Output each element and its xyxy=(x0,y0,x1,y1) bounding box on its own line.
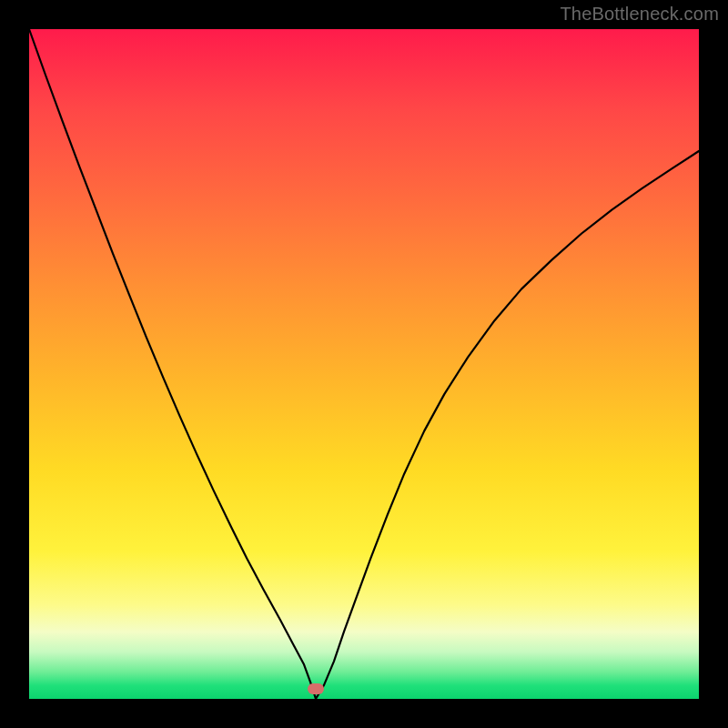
watermark-text: TheBottleneck.com xyxy=(560,4,719,25)
chart-frame: TheBottleneck.com xyxy=(0,0,728,728)
curve-path xyxy=(29,29,699,699)
bottleneck-curve xyxy=(29,29,699,699)
minimum-marker xyxy=(308,683,324,694)
